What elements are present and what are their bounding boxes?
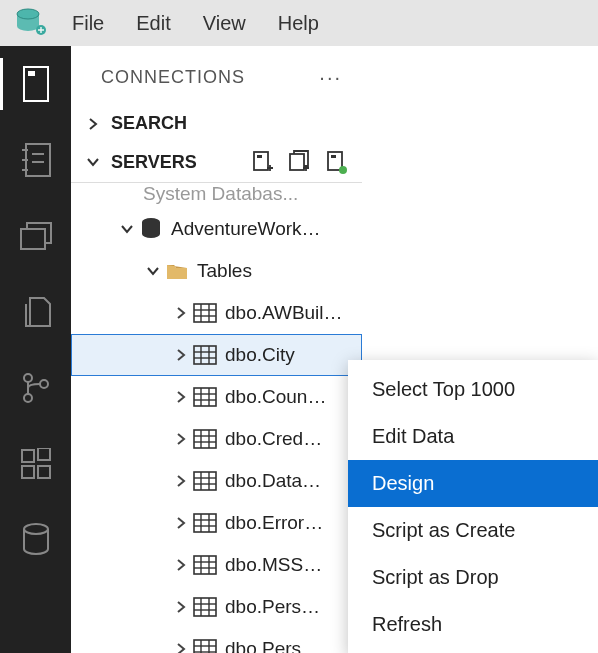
tree-item-label: dbo.Coun… — [225, 386, 326, 408]
tree-item-tables-folder[interactable]: Tables — [71, 250, 362, 292]
tree-item-label: dbo.Cred… — [225, 428, 322, 450]
side-panel: CONNECTIONS ··· SEARCH SERVERS System Da… — [71, 46, 362, 653]
svg-point-19 — [24, 524, 48, 534]
activity-bar — [0, 46, 71, 653]
menu-edit[interactable]: Edit — [120, 6, 186, 41]
chevron-right-icon — [171, 432, 191, 446]
tree-item-label: dbo.MSS… — [225, 554, 322, 576]
chevron-down-icon — [143, 265, 163, 277]
table-icon — [191, 345, 219, 365]
menubar: File Edit View Help — [0, 0, 598, 46]
menu-file[interactable]: File — [56, 6, 120, 41]
tree-item-table[interactable]: dbo.Pers… — [71, 628, 362, 653]
svg-point-13 — [24, 394, 32, 402]
new-group-icon[interactable] — [288, 150, 312, 174]
svg-rect-22 — [290, 154, 304, 170]
svg-rect-5 — [26, 144, 50, 176]
svg-rect-23 — [328, 152, 342, 170]
extensions-icon[interactable] — [16, 444, 56, 484]
servers-actions — [252, 150, 348, 174]
svg-point-12 — [24, 374, 32, 382]
tree-item-table[interactable]: dbo.Coun… — [71, 376, 362, 418]
connections-icon[interactable] — [16, 64, 56, 104]
svg-rect-47 — [194, 472, 216, 490]
table-icon — [191, 639, 219, 653]
folder-icon — [163, 261, 191, 281]
svg-rect-32 — [194, 346, 216, 364]
chevron-right-icon — [171, 642, 191, 653]
section-search[interactable]: SEARCH — [71, 105, 362, 142]
section-servers-label: SERVERS — [111, 152, 197, 173]
notebook-icon[interactable] — [16, 140, 56, 180]
more-icon[interactable]: ··· — [319, 66, 342, 89]
svg-rect-11 — [21, 229, 45, 249]
svg-point-14 — [40, 380, 48, 388]
chevron-down-icon — [85, 156, 101, 168]
table-icon — [191, 597, 219, 617]
chevron-right-icon — [171, 516, 191, 530]
ctx-edit-data[interactable]: Edit Data — [348, 413, 598, 460]
svg-rect-20 — [254, 152, 268, 170]
svg-rect-4 — [28, 71, 35, 76]
menu-help[interactable]: Help — [262, 6, 335, 41]
new-connection-icon[interactable] — [252, 150, 274, 174]
ctx-script-as-create[interactable]: Script as Create — [348, 507, 598, 554]
ctx-select-top-1000[interactable]: Select Top 1000 — [348, 366, 598, 413]
chevron-right-icon — [171, 558, 191, 572]
tree-item-label: dbo.AWBuil… — [225, 302, 343, 324]
chevron-right-icon — [171, 600, 191, 614]
section-search-label: SEARCH — [111, 113, 187, 134]
tree-item-database[interactable]: AdventureWork… — [71, 208, 362, 250]
svg-rect-27 — [194, 304, 216, 322]
chevron-right-icon — [85, 117, 101, 131]
copy-icon[interactable] — [16, 292, 56, 332]
ctx-design[interactable]: Design — [348, 460, 598, 507]
tree-item-table[interactable]: dbo.MSS… — [71, 544, 362, 586]
svg-rect-62 — [194, 598, 216, 616]
tree: System Databas... AdventureWork… Tables … — [71, 182, 362, 653]
chevron-right-icon — [171, 390, 191, 404]
tree-item-table[interactable]: dbo.Cred… — [71, 418, 362, 460]
tree-item-label: dbo.Pers… — [225, 596, 320, 618]
svg-rect-24 — [331, 155, 336, 158]
active-connections-icon[interactable] — [326, 150, 348, 174]
svg-point-25 — [339, 166, 347, 174]
svg-rect-15 — [22, 450, 34, 462]
tree-item-table[interactable]: dbo.Error… — [71, 502, 362, 544]
app-logo-icon — [8, 0, 56, 47]
svg-rect-21 — [257, 155, 262, 158]
database-icon[interactable] — [16, 520, 56, 560]
tree-item-table[interactable]: dbo.City — [71, 334, 362, 376]
panel-header: CONNECTIONS ··· — [71, 46, 362, 105]
tree-item-label: AdventureWork… — [171, 218, 321, 240]
tree-item-table[interactable]: dbo.Data… — [71, 460, 362, 502]
section-servers[interactable]: SERVERS — [71, 142, 362, 182]
ctx-refresh[interactable]: Refresh — [348, 601, 598, 648]
tree-item-table[interactable]: dbo.Pers… — [71, 586, 362, 628]
ctx-script-as-drop[interactable]: Script as Drop — [348, 554, 598, 601]
tree-item-label: dbo.City — [225, 344, 295, 366]
tree-item-table[interactable]: dbo.AWBuil… — [71, 292, 362, 334]
menu-view[interactable]: View — [187, 6, 262, 41]
tree-item-label: Tables — [197, 260, 252, 282]
database-icon — [137, 217, 165, 241]
tree-item-label: dbo.Data… — [225, 470, 321, 492]
svg-rect-16 — [22, 466, 34, 478]
chevron-right-icon — [171, 474, 191, 488]
svg-rect-37 — [194, 388, 216, 406]
windows-icon[interactable] — [16, 216, 56, 256]
tree-item-truncated: System Databas... — [71, 182, 362, 208]
svg-rect-18 — [38, 448, 50, 460]
source-control-icon[interactable] — [16, 368, 56, 408]
table-icon — [191, 471, 219, 491]
chevron-right-icon — [171, 348, 191, 362]
tree-item-label: dbo.Error… — [225, 512, 323, 534]
table-icon — [191, 429, 219, 449]
table-icon — [191, 387, 219, 407]
svg-rect-42 — [194, 430, 216, 448]
tree-item-label: dbo.Pers… — [225, 638, 320, 653]
table-icon — [191, 555, 219, 575]
svg-rect-3 — [24, 67, 48, 101]
chevron-down-icon — [117, 223, 137, 235]
chevron-right-icon — [171, 306, 191, 320]
